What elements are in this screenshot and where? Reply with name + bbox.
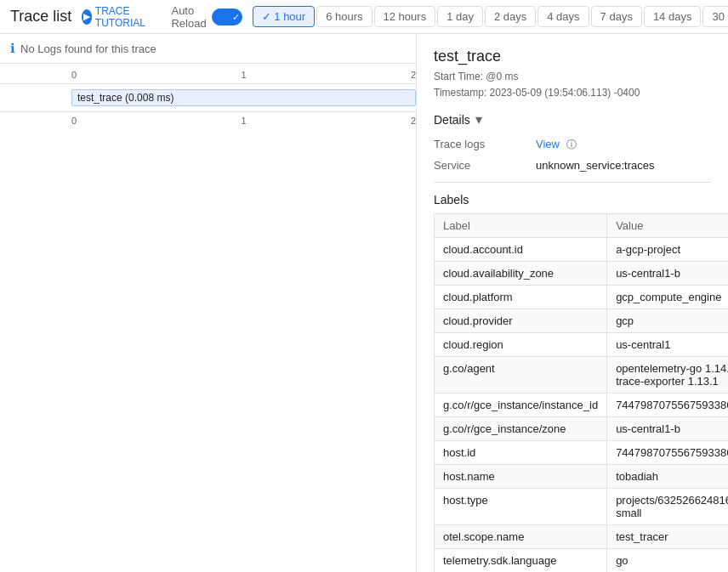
- value-cell: 7447987075567593386: [607, 394, 728, 417]
- value-cell: projects/632526624816/machineTypes/e2-sm…: [607, 489, 728, 525]
- trace-bar-label: test_trace (0.008 ms): [77, 92, 173, 104]
- label-cell: g.co/r/gce_instance/instance_id: [435, 394, 607, 417]
- start-time: Start Time: @0 ms: [434, 69, 711, 85]
- section-divider: [434, 182, 711, 183]
- scale-label-2-top: 2: [411, 70, 416, 80]
- auto-reload-label: Auto Reload: [171, 4, 206, 30]
- trace-tutorial-badge[interactable]: ▶ TRACE TUTORIAL: [82, 5, 151, 29]
- time-range-buttons: 1 hour6 hours12 hours1 day2 days4 days7 …: [253, 6, 728, 27]
- right-panel: test_trace Start Time: @0 ms Timestamp: …: [417, 34, 728, 572]
- trace-bar-area: test_trace (0.008 ms): [71, 84, 416, 111]
- value-cell: go: [607, 549, 728, 572]
- label-cell: g.co/agent: [435, 357, 607, 394]
- timeline-container[interactable]: 0 1 2 test_trace (0.008 ms) 0 1: [0, 64, 416, 572]
- trace-name-heading: test_trace: [434, 48, 711, 65]
- details-label: Details: [434, 113, 470, 127]
- labels-table: Label Value cloud.account.ida-gcp-projec…: [434, 213, 728, 572]
- time-btn-12-hours[interactable]: 12 hours: [374, 6, 436, 27]
- value-cell: us-central1-b: [607, 417, 728, 441]
- label-cell: cloud.availability_zone: [435, 262, 607, 286]
- trace-logs-label: Trace logs: [434, 138, 536, 150]
- value-cell: 7447987075567593386: [607, 441, 728, 465]
- label-row: cloud.regionus-central1: [435, 333, 729, 357]
- label-row: cloud.providergcp: [435, 309, 729, 333]
- scale-label-2-bottom: 2: [411, 116, 416, 126]
- scale-label-0-bottom: 0: [71, 116, 77, 126]
- time-btn-14-days[interactable]: 14 days: [644, 6, 702, 27]
- trace-row[interactable]: test_trace (0.008 ms): [0, 84, 416, 111]
- value-cell: a-gcp-project: [607, 238, 728, 262]
- trace-meta: Start Time: @0 ms Timestamp: 2023-05-09 …: [434, 69, 711, 101]
- timestamp: Timestamp: 2023-05-09 (19:54:06.113) -04…: [434, 85, 711, 101]
- trace-logs-link[interactable]: View: [536, 138, 560, 150]
- page-title: Trace list: [10, 8, 71, 25]
- label-cell: host.type: [435, 489, 607, 525]
- time-btn-4-days[interactable]: 4 days: [537, 6, 589, 27]
- auto-reload-toggle[interactable]: ✓: [212, 8, 242, 25]
- label-cell: cloud.region: [435, 333, 607, 357]
- label-row: host.typeprojects/632526624816/machineTy…: [435, 489, 729, 525]
- label-row: cloud.account.ida-gcp-project: [435, 238, 729, 262]
- time-btn-1-day[interactable]: 1 day: [437, 6, 483, 27]
- label-cell: host.name: [435, 465, 607, 489]
- auto-reload-control: Auto Reload ✓: [171, 4, 242, 30]
- col-header-label: Label: [435, 214, 607, 238]
- toggle-check-icon: ✓: [232, 11, 240, 23]
- timeline-scale-bottom: 0 1 2: [71, 116, 416, 129]
- time-btn-6-hours[interactable]: 6 hours: [316, 6, 372, 27]
- info-icon: ℹ: [10, 41, 15, 56]
- time-btn-7-days[interactable]: 7 days: [591, 6, 642, 27]
- time-btn-2-days[interactable]: 2 days: [485, 6, 536, 27]
- value-cell: gcp_compute_engine: [607, 286, 728, 309]
- label-row: cloud.platformgcp_compute_engine: [435, 286, 729, 309]
- label-cell: telemetry.sdk.language: [435, 549, 607, 572]
- label-row: otel.scope.nametest_tracer: [435, 525, 729, 549]
- trace-logs-row: Trace logs View ⓘ: [434, 138, 711, 152]
- value-cell: tobadiah: [607, 465, 728, 489]
- time-btn-30-days[interactable]: 30 days: [702, 6, 728, 27]
- value-cell: opentelemetry-go 1.14.0; google-cloud-tr…: [607, 357, 728, 394]
- label-row: telemetry.sdk.languagego: [435, 549, 729, 572]
- time-btn-1-hour[interactable]: 1 hour: [253, 6, 316, 27]
- value-cell: us-central1-b: [607, 262, 728, 286]
- timeline-footer: 0 1 2: [0, 111, 416, 133]
- left-panel: ℹ No Logs found for this trace 0 1 2 tes…: [0, 34, 417, 572]
- service-value: unknown_service:traces: [536, 159, 654, 172]
- label-cell: cloud.platform: [435, 286, 607, 309]
- trace-logs-value: View ⓘ: [536, 138, 577, 152]
- chevron-down-icon: ▾: [475, 111, 482, 127]
- label-cell: host.id: [435, 441, 607, 465]
- value-cell: test_tracer: [607, 525, 728, 549]
- value-cell: gcp: [607, 309, 728, 333]
- label-row: host.nametobadiah: [435, 465, 729, 489]
- label-row: host.id7447987075567593386: [435, 441, 729, 465]
- no-logs-message: No Logs found for this trace: [20, 42, 156, 55]
- main-layout: ℹ No Logs found for this trace 0 1 2 tes…: [0, 34, 728, 572]
- service-label: Service: [434, 159, 536, 172]
- label-cell: otel.scope.name: [435, 525, 607, 549]
- topbar: Trace list ▶ TRACE TUTORIAL Auto Reload …: [0, 0, 728, 34]
- label-row: g.co/r/gce_instance/zoneus-central1-b: [435, 417, 729, 441]
- label-row: cloud.availability_zoneus-central1-b: [435, 262, 729, 286]
- tutorial-label: TRACE TUTORIAL: [95, 5, 151, 29]
- labels-title: Labels: [434, 193, 711, 207]
- scale-label-1-bottom: 1: [241, 116, 246, 126]
- col-header-value: Value: [607, 214, 728, 238]
- label-row: g.co/agentopentelemetry-go 1.14.0; googl…: [435, 357, 729, 394]
- trace-bar[interactable]: test_trace (0.008 ms): [71, 89, 416, 106]
- timeline-header: 0 1 2: [0, 64, 416, 84]
- info-circle-icon[interactable]: ⓘ: [566, 139, 577, 150]
- label-cell: cloud.account.id: [435, 238, 607, 262]
- label-row: g.co/r/gce_instance/instance_id744798707…: [435, 394, 729, 417]
- timeline-scale-top: 0 1 2: [71, 64, 416, 83]
- label-cell: g.co/r/gce_instance/zone: [435, 417, 607, 441]
- service-row: Service unknown_service:traces: [434, 159, 711, 172]
- label-cell: cloud.provider: [435, 309, 607, 333]
- labels-table-header-row: Label Value: [435, 214, 729, 238]
- info-bar: ℹ No Logs found for this trace: [0, 34, 416, 64]
- tutorial-icon: ▶: [82, 9, 91, 25]
- value-cell: us-central1: [607, 333, 728, 357]
- scale-label-1-top: 1: [241, 70, 246, 80]
- details-header[interactable]: Details ▾: [434, 111, 711, 127]
- scale-label-0-top: 0: [71, 70, 77, 80]
